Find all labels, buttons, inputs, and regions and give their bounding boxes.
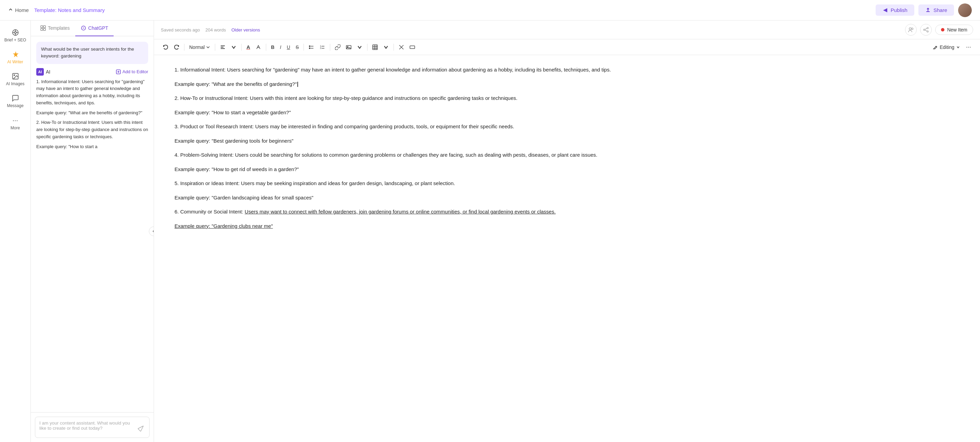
bold-button[interactable]: B (269, 43, 277, 52)
home-button[interactable]: Home (8, 7, 29, 13)
underline-button[interactable]: U (285, 43, 292, 52)
new-item-dot (941, 28, 944, 32)
svg-rect-48 (410, 46, 415, 49)
svg-rect-41 (372, 45, 377, 49)
chat-input[interactable] (39, 420, 134, 434)
format-divider-2 (215, 44, 215, 51)
sidebar-item-ai-writer[interactable]: AI Writer (2, 48, 29, 67)
editor-content[interactable]: 1. Informational Intent: Users searching… (154, 55, 980, 442)
content-paragraph-6: Example query: "Best gardening tools for… (175, 137, 959, 145)
svg-point-24 (924, 29, 925, 30)
link-button[interactable] (333, 43, 342, 52)
text-color-button[interactable]: A (244, 43, 252, 52)
editor-toolbar-top: Saved seconds ago 204 words Older versio… (154, 21, 980, 39)
tab-templates[interactable]: Templates (35, 21, 75, 36)
content-paragraph-8: Example query: "How to get rid of weeds … (175, 165, 959, 174)
svg-rect-11 (43, 25, 46, 28)
more-options-button[interactable]: ··· (964, 42, 973, 52)
format-divider-3 (241, 44, 242, 51)
sidebar-item-ai-images[interactable]: AI Images (2, 70, 29, 89)
table-button[interactable] (370, 43, 380, 52)
sidebar-item-label: Brief + SEO (5, 38, 26, 43)
breadcrumb: Template: Notes and Summary (34, 7, 105, 13)
align-chevron-button[interactable] (229, 43, 239, 52)
chat-input-wrapper (35, 417, 150, 438)
format-divider-6 (330, 44, 330, 51)
content-paragraph-11: 6. Community or Social Intent: Users may… (175, 207, 959, 216)
ai-message-header: AI AI Add to Editor (36, 68, 148, 76)
ai-message: AI AI Add to Editor 1. Informat (36, 68, 148, 153)
editor-area: Saved seconds ago 204 words Older versio… (154, 21, 980, 442)
tab-chatgpt[interactable]: ChatGPT (75, 21, 114, 36)
top-nav: Home Template: Notes and Summary Publish… (0, 0, 980, 21)
collaborator-icon-button[interactable] (905, 24, 917, 36)
add-to-editor-button[interactable]: Add to Editor (116, 69, 148, 74)
sidebar-item-more[interactable]: ··· More (2, 114, 29, 133)
svg-text:2.: 2. (320, 47, 322, 49)
svg-marker-0 (883, 8, 887, 12)
tab-templates-label: Templates (48, 25, 70, 31)
svg-point-23 (927, 27, 928, 29)
image-chevron-button[interactable] (355, 43, 364, 52)
home-label: Home (15, 7, 29, 13)
format-divider-4 (266, 44, 266, 51)
content-paragraph-2: Example query: "What are the benefits of… (175, 80, 959, 89)
svg-point-21 (909, 28, 911, 30)
main-layout: Brief + SEO AI Writer AI Images Message … (0, 21, 980, 442)
svg-point-2 (14, 32, 16, 33)
format-divider-8 (393, 44, 394, 51)
content-paragraph-12: Example query: "Gardening clubs near me" (175, 222, 959, 231)
svg-line-27 (925, 30, 927, 31)
svg-point-25 (927, 31, 928, 32)
user-message: What would be the user search intents fo… (36, 42, 148, 64)
format-divider-5 (304, 44, 304, 51)
avatar[interactable] (958, 3, 972, 17)
share-button[interactable]: Share (918, 5, 954, 16)
content-paragraph-5: 3. Product or Tool Research Intent: User… (175, 122, 959, 131)
cursor (298, 82, 298, 87)
strikethrough-button[interactable]: S (294, 43, 301, 52)
content-paragraph-7: 4. Problem-Solving Intent: Users could b… (175, 151, 959, 159)
svg-point-9 (14, 75, 15, 76)
icon-sidebar: Brief + SEO AI Writer AI Images Message … (0, 21, 31, 442)
sidebar-item-brief-seo[interactable]: Brief + SEO (2, 26, 29, 45)
new-item-button[interactable]: New Item (935, 25, 973, 35)
sidebar-item-label: More (11, 126, 20, 130)
block-format-button[interactable] (407, 43, 417, 52)
editing-mode-button[interactable]: Editing (930, 43, 963, 52)
svg-rect-13 (43, 29, 46, 30)
send-button[interactable] (136, 424, 145, 434)
content-paragraph-1: 1. Informational Intent: Users searching… (175, 65, 959, 74)
sidebar-item-label: AI Images (6, 81, 24, 86)
publish-button[interactable]: Publish (876, 5, 914, 16)
content-paragraph-10: Example query: "Garden landscaping ideas… (175, 193, 959, 202)
undo-button[interactable] (161, 43, 170, 52)
content-paragraph-4: Example query: "How to start a vegetable… (175, 108, 959, 117)
word-count: 204 words (205, 27, 226, 32)
clear-format-button[interactable] (396, 43, 406, 52)
format-divider-7 (367, 44, 368, 51)
image-button[interactable] (344, 43, 353, 52)
ordered-list-button[interactable]: 1. 2. (318, 43, 327, 52)
share-icon-button[interactable] (920, 24, 932, 36)
ai-icon: AI (36, 68, 44, 76)
top-nav-right: Publish Share (876, 3, 972, 17)
text-align-button[interactable] (218, 43, 228, 52)
content-paragraph-3: 2. How-To or Instructional Intent: Users… (175, 94, 959, 103)
format-style-select[interactable]: Normal (187, 43, 212, 52)
panel-tabs: Templates ChatGPT (31, 21, 154, 36)
highlight-button[interactable] (253, 43, 263, 52)
svg-point-22 (911, 28, 913, 30)
tab-chatgpt-label: ChatGPT (88, 25, 108, 31)
older-versions-link[interactable]: Older versions (231, 27, 260, 32)
svg-rect-10 (41, 25, 43, 28)
editor-meta: Saved seconds ago 204 words Older versio… (161, 27, 260, 32)
italic-button[interactable]: I (278, 43, 283, 52)
chat-input-area (31, 412, 154, 442)
redo-button[interactable] (172, 43, 181, 52)
ai-label: AI AI (36, 68, 50, 76)
svg-rect-12 (41, 29, 43, 30)
sidebar-item-message[interactable]: Message (2, 92, 29, 111)
bullet-list-button[interactable] (307, 43, 316, 52)
table-chevron-button[interactable] (381, 43, 391, 52)
